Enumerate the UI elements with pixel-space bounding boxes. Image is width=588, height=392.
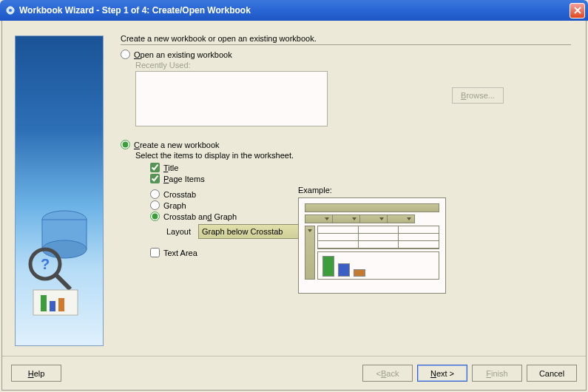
open-existing-label[interactable]: Open an existing workbook — [134, 50, 232, 59]
wizard-footer: Help < Back Next > Finish Cancel — [2, 356, 586, 390]
wizard-content: Create a new workbook or open an existin… — [121, 34, 571, 345]
browse-button: Browse... — [452, 87, 504, 104]
text-area-checkbox-label[interactable]: Text Area — [163, 249, 197, 257]
next-button[interactable]: Next > — [417, 365, 467, 382]
cancel-button[interactable]: Cancel — [527, 365, 577, 382]
svg-point-1 — [9, 9, 12, 12]
svg-rect-10 — [50, 301, 55, 311]
window-title: Workbook Wizard - Step 1 of 4: Create/Op… — [19, 5, 570, 16]
example-title-strip — [305, 203, 439, 212]
open-existing-radio-row: Open an existing workbook — [121, 50, 571, 59]
app-icon — [4, 4, 16, 16]
open-existing-radio[interactable] — [121, 50, 130, 59]
create-subtext: Select the items to display in the works… — [135, 151, 571, 160]
wizard-sidebar-image: ? — [15, 36, 104, 346]
crosstab-label[interactable]: Crosstab — [163, 190, 196, 199]
divider — [121, 44, 571, 45]
layout-dropdown-value: Graph below Crosstab — [202, 227, 283, 236]
create-new-label[interactable]: Create a new workbook — [134, 141, 220, 149]
close-button[interactable] — [570, 3, 585, 18]
title-checkbox[interactable] — [150, 163, 160, 172]
svg-text:?: ? — [41, 256, 50, 272]
example-label: Example: — [298, 186, 450, 195]
help-button[interactable]: Help — [11, 365, 61, 382]
page-items-checkbox-label[interactable]: Page Items — [163, 175, 205, 183]
example-page-tabs — [305, 214, 439, 223]
page-items-checkbox[interactable] — [150, 174, 160, 183]
svg-rect-9 — [41, 295, 47, 311]
example-preview — [298, 197, 446, 294]
crosstab-and-graph-label[interactable]: Crosstab and Graph — [163, 212, 237, 221]
text-area-checkbox[interactable] — [150, 248, 160, 257]
finish-button: Finish — [472, 365, 522, 382]
example-side-tab — [305, 226, 315, 280]
recently-used-list — [135, 71, 328, 126]
svg-line-6 — [55, 274, 70, 289]
create-new-radio[interactable] — [121, 140, 130, 149]
svg-rect-11 — [58, 298, 64, 311]
instruction-text: Create a new workbook or open an existin… — [121, 34, 571, 43]
back-button: < Back — [362, 365, 413, 382]
dialog-body: ? Create a new workbook or open an exist… — [1, 21, 587, 391]
graph-label[interactable]: Graph — [163, 201, 186, 210]
create-new-radio-row: Create a new workbook — [121, 140, 571, 149]
recently-used-label: Recently Used: — [135, 61, 571, 70]
layout-label: Layout — [166, 227, 191, 236]
crosstab-radio[interactable] — [150, 189, 160, 199]
example-graph — [317, 251, 439, 280]
title-checkbox-label[interactable]: Title — [163, 163, 178, 172]
crosstab-and-graph-radio[interactable] — [150, 212, 160, 221]
example-crosstab — [317, 226, 439, 249]
titlebar: Workbook Wizard - Step 1 of 4: Create/Op… — [0, 0, 588, 21]
layout-dropdown[interactable]: Graph below Crosstab — [198, 224, 309, 239]
graph-radio[interactable] — [150, 200, 160, 210]
